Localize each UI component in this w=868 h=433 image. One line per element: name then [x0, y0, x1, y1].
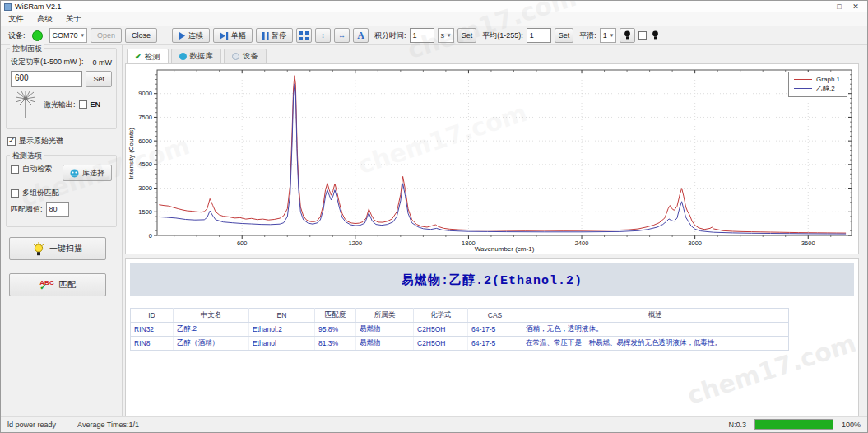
- col-id: ID: [131, 309, 174, 323]
- multi-match-label: 多组份匹配: [22, 188, 59, 198]
- col-match: 匹配度: [315, 309, 356, 323]
- single-shot-button[interactable]: 单幅: [213, 28, 253, 43]
- spectrum-chart[interactable]: 0150030004500600075009000600120018002400…: [136, 66, 858, 254]
- legend-line-blue: [794, 88, 812, 89]
- tab-detect[interactable]: ✔ 检测: [127, 49, 169, 64]
- threshold-input[interactable]: 80: [46, 202, 69, 216]
- detect-options-group: 检测选项 自动检索 库选择 多组份匹配: [6, 155, 117, 227]
- pause-icon: [262, 32, 269, 40]
- laser-toggle-checkbox[interactable]: [638, 31, 647, 40]
- svg-text:1800: 1800: [462, 240, 476, 247]
- close-button[interactable]: ✕: [847, 2, 864, 11]
- expand-icon: [299, 31, 309, 40]
- integration-input[interactable]: 1: [410, 28, 434, 43]
- svg-text:3000: 3000: [138, 184, 152, 192]
- match-abc-icon: ABC ✓: [39, 281, 53, 290]
- control-panel-group: 控制面板 设定功率(1-500 mW ): 0 mW 600 Set: [6, 48, 117, 129]
- tab-database[interactable]: 数据库: [171, 49, 222, 63]
- col-cas: CAS: [468, 309, 522, 323]
- menu-file[interactable]: 文件: [8, 14, 24, 25]
- device-label: 设备:: [8, 30, 26, 41]
- chevron-down-icon: ▾: [610, 32, 614, 39]
- toolbar: 设备: COM70▾ Open Close 连续 单幅 暂停 ↕ ↔ A 积分时…: [1, 26, 867, 45]
- progress-bar: [754, 419, 833, 430]
- menu-advanced[interactable]: 高级: [37, 14, 53, 25]
- chevron-down-icon: ▾: [448, 32, 451, 39]
- main-content: ✔ 检测 数据库 设备 Intensity (Counts) 015003000…: [123, 45, 867, 422]
- play-to-bar-icon: [220, 32, 229, 40]
- tab-device[interactable]: 设备: [224, 49, 267, 63]
- laser-en-checkbox[interactable]: [79, 100, 87, 109]
- menu-bar: 文件 高级 关于: [1, 12, 867, 26]
- fit-vertical-button[interactable]: ↕: [315, 28, 331, 43]
- pause-button[interactable]: 暂停: [256, 28, 293, 43]
- match-button[interactable]: ABC ✓ 匹配: [9, 273, 106, 296]
- laser-burst-icon: [11, 91, 40, 119]
- power-readout: 0 mW: [93, 58, 113, 67]
- progress-percent: 100%: [842, 421, 861, 429]
- power-set-button[interactable]: Set: [86, 71, 112, 87]
- port-select[interactable]: COM70▾: [49, 28, 88, 43]
- database-icon: [179, 53, 187, 60]
- smooth-select[interactable]: 1▾: [600, 28, 617, 43]
- legend-line-red: [794, 79, 812, 80]
- table-row[interactable]: RIN32 乙醇.2 Ethanol.2 95.8% 易燃物 C2H5OH 64…: [131, 323, 789, 337]
- maximize-button[interactable]: □: [831, 2, 847, 11]
- library-select-button[interactable]: 库选择: [63, 165, 112, 181]
- autoscale-icon: A: [357, 30, 364, 42]
- integration-set-button[interactable]: Set: [457, 28, 477, 43]
- laser-en-label: EN: [91, 100, 101, 109]
- fit-all-button[interactable]: [296, 28, 312, 43]
- smooth-label: 平滑:: [579, 30, 596, 41]
- menu-about[interactable]: 关于: [66, 14, 81, 25]
- threshold-label: 匹配阈值:: [11, 204, 43, 215]
- col-cn-name: 中文名: [174, 309, 249, 323]
- match-result-table: ID 中文名 EN 匹配度 所属类 化学式 CAS 概述 RIN32: [130, 308, 789, 351]
- app-icon: [4, 3, 12, 11]
- device-icon: [232, 53, 239, 60]
- auto-search-checkbox[interactable]: [11, 165, 19, 174]
- one-key-scan-button[interactable]: 一键扫描: [9, 237, 106, 260]
- power-input[interactable]: 600: [11, 71, 82, 87]
- chart-legend: Graph 1 乙醇.2: [788, 72, 847, 97]
- svg-text:1500: 1500: [138, 208, 152, 216]
- play-icon: [179, 32, 186, 40]
- lamp-button[interactable]: [620, 28, 635, 43]
- svg-text:6000: 6000: [138, 137, 152, 145]
- svg-text:7500: 7500: [138, 114, 152, 121]
- bulb-icon: [624, 30, 631, 40]
- result-panel: 易燃物:乙醇.2(Ethanol.2) ID 中文名 EN 匹配度 所属类: [125, 258, 859, 417]
- svg-text:3600: 3600: [801, 240, 815, 247]
- show-raw-checkbox[interactable]: [7, 137, 16, 146]
- average-set-button[interactable]: Set: [555, 28, 574, 43]
- control-sidebar: 控制面板 设定功率(1-500 mW ): 0 mW 600 Set: [1, 45, 123, 422]
- average-label: 平均(1-255):: [482, 30, 523, 41]
- svg-text:9000: 9000: [138, 90, 152, 97]
- fit-horizontal-button[interactable]: ↔: [334, 28, 350, 43]
- legend-item: 乙醇.2: [794, 84, 840, 93]
- open-button[interactable]: Open: [91, 28, 122, 43]
- multi-match-checkbox[interactable]: [11, 189, 19, 198]
- continuous-button[interactable]: 连续: [172, 28, 210, 43]
- library-icon: [70, 169, 79, 178]
- fit-vertical-icon: ↕: [321, 31, 325, 40]
- detect-options-title: 检测选项: [10, 151, 44, 161]
- power-label: 设定功率(1-500 mW ):: [11, 57, 84, 68]
- autoscale-button[interactable]: A: [353, 28, 369, 43]
- check-icon: ✔: [135, 53, 142, 61]
- tab-bar: ✔ 检测 数据库 设备: [127, 49, 859, 63]
- average-times: Average Times:1/1: [77, 421, 139, 429]
- minimize-button[interactable]: –: [815, 2, 831, 11]
- window-title: WiSRam V2.1: [15, 2, 815, 11]
- status-message: ld power ready: [7, 421, 56, 429]
- spectrum-chart-panel: Intensity (Counts) 015003000450060007500…: [125, 63, 859, 254]
- title-bar: WiSRam V2.1 – □ ✕: [1, 1, 867, 12]
- laser-bulb-icon: [652, 30, 659, 40]
- close-port-button[interactable]: Close: [125, 28, 157, 43]
- scan-bulb-icon: [33, 242, 44, 256]
- average-input[interactable]: 1: [527, 28, 551, 43]
- table-row[interactable]: RIN8 乙醇（酒精） Ethanol 81.3% 易燃物 C2H5OH 64-…: [131, 337, 789, 351]
- auto-search-label: 自动检索: [22, 164, 52, 175]
- y-axis-label: Intensity (Counts): [128, 128, 135, 180]
- integration-unit-select[interactable]: s▾: [438, 28, 454, 43]
